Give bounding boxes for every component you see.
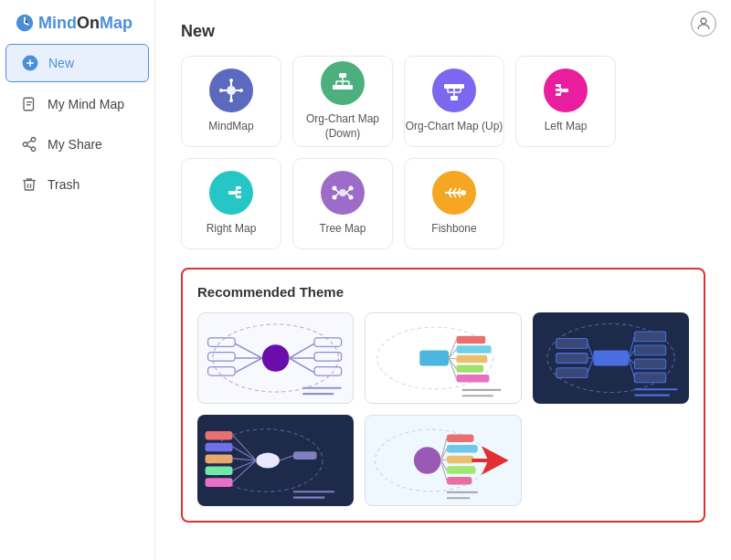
svg-line-114 [588,343,593,358]
sidebar-item-my-mind-map[interactable]: My Mind Map [5,86,149,122]
svg-point-8 [31,138,36,143]
svg-rect-93 [457,375,490,382]
svg-line-77 [289,358,314,373]
svg-rect-39 [457,84,464,89]
svg-rect-102 [593,350,629,365]
map-type-right-map[interactable]: Right Map [181,158,281,249]
svg-rect-45 [556,89,561,91]
mindmap-icon [209,69,253,112]
svg-rect-78 [314,367,342,376]
org-chart-up-label: Org-Chart Map (Up) [406,120,503,134]
map-type-org-chart-up[interactable]: Org-Chart Map (Up) [404,56,504,147]
left-map-label: Left Map [545,120,588,134]
svg-rect-89 [457,336,486,343]
svg-line-130 [233,460,257,482]
svg-point-60 [333,195,337,200]
sidebar-item-my-share-label: My Share [48,137,102,152]
org-chart-down-icon [321,61,365,105]
map-type-left-map[interactable]: Left Map [515,56,616,147]
svg-rect-131 [293,451,317,460]
sidebar-item-trash[interactable]: Trash [5,166,149,203]
sidebar-item-trash-label: Trash [48,177,79,192]
svg-rect-91 [457,355,488,363]
svg-rect-103 [634,332,665,342]
svg-point-20 [219,89,223,92]
fishbone-label: Fishbone [431,222,476,237]
svg-line-142 [441,438,447,460]
svg-point-21 [239,89,243,92]
svg-line-95 [449,349,456,358]
sidebar-item-new-label: New [48,56,74,70]
svg-point-120 [256,452,280,468]
svg-rect-124 [206,466,233,475]
user-avatar-button[interactable] [691,11,716,37]
svg-rect-84 [208,367,236,376]
svg-rect-30 [345,85,353,90]
sidebar-item-new[interactable]: New [5,44,149,82]
share-icon [20,135,38,153]
svg-rect-40 [563,89,568,92]
map-type-fishbone[interactable]: Fishbone [404,158,504,249]
svg-line-79 [235,343,262,358]
svg-point-9 [23,143,27,147]
svg-rect-137 [447,434,474,441]
fishbone-icon [432,171,476,215]
svg-rect-139 [447,456,474,463]
map-type-org-chart-down[interactable]: Org-Chart Map(Down) [292,56,393,147]
theme-card-2[interactable] [365,312,521,404]
svg-rect-51 [236,186,241,189]
svg-rect-82 [208,353,236,362]
theme-card-5[interactable] [365,415,521,506]
svg-line-83 [235,358,262,373]
svg-point-18 [229,79,233,82]
svg-rect-113 [556,368,587,378]
svg-rect-138 [447,445,478,452]
svg-point-59 [333,186,337,191]
sidebar-item-my-share[interactable]: My Share [5,126,149,163]
logo-text: MindOnMap [38,14,132,33]
svg-point-10 [31,147,36,152]
svg-point-64 [461,190,466,195]
svg-line-94 [449,340,456,358]
svg-rect-29 [339,85,346,90]
document-icon [20,95,38,113]
svg-rect-90 [457,345,492,353]
svg-line-126 [233,435,257,460]
theme-card-3[interactable] [533,312,689,404]
svg-rect-5 [24,98,34,111]
svg-point-19 [229,99,233,102]
theme-card-1[interactable] [197,312,354,404]
svg-line-146 [441,460,447,481]
svg-line-132 [280,456,293,460]
svg-line-73 [289,343,314,358]
mindmap-label: MindMap [208,120,253,134]
svg-rect-46 [556,93,561,96]
svg-line-116 [588,358,593,373]
svg-line-129 [233,460,257,470]
svg-rect-92 [457,365,484,372]
svg-rect-52 [236,191,241,194]
svg-rect-105 [634,359,665,369]
tree-map-icon [321,171,365,215]
svg-line-11 [26,145,31,148]
svg-rect-37 [444,84,451,89]
org-chart-down-label: Org-Chart Map(Down) [306,112,379,141]
svg-rect-44 [556,84,561,87]
svg-rect-31 [450,96,458,100]
trash-icon [20,175,38,194]
map-type-tree-map[interactable]: Tree Map [292,158,393,249]
tree-map-label: Tree Map [320,222,366,237]
svg-rect-28 [333,85,340,90]
svg-rect-141 [447,477,472,484]
svg-point-72 [262,344,290,372]
svg-rect-122 [206,443,233,452]
logo: MindOnMap [0,0,154,42]
map-type-mindmap[interactable]: MindMap [181,56,281,147]
svg-rect-111 [556,339,587,349]
svg-rect-80 [208,338,236,347]
svg-rect-76 [314,353,342,362]
main-content: New MindMap [155,0,731,560]
recommended-theme-section: Recommended Theme [181,268,705,523]
theme-card-4[interactable] [197,415,354,506]
sidebar-item-my-mind-map-label: My Mind Map [48,97,124,111]
